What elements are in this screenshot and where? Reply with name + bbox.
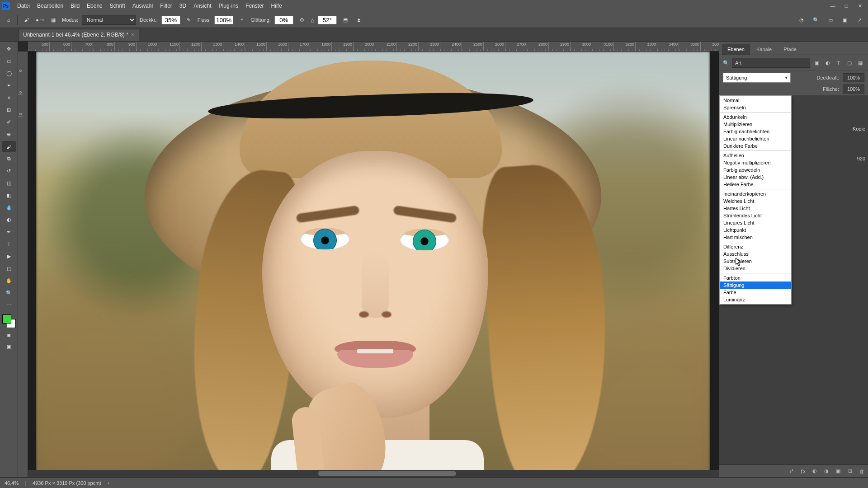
tab-layers[interactable]: Ebenen: [722, 44, 750, 55]
horizontal-scrollbar[interactable]: [28, 470, 719, 477]
lasso-tool[interactable]: ◯: [2, 68, 16, 79]
scrollbar-thumb[interactable]: [318, 471, 457, 476]
document-info[interactable]: 4936 Px × 3319 Px (300 ppcm): [33, 480, 101, 486]
smoothing-input[interactable]: [274, 16, 293, 24]
blend-mode-option[interactable]: Dividieren: [720, 265, 791, 272]
horizontal-ruler[interactable]: 5006007008009001000110012001300140015001…: [28, 42, 719, 52]
layer-fill-input[interactable]: [843, 84, 864, 94]
smoothing-options-icon[interactable]: ⚙: [297, 15, 307, 25]
layer-opacity-input[interactable]: [843, 73, 864, 82]
blend-mode-option[interactable]: Strahlendes Licht: [720, 212, 791, 219]
gradient-tool[interactable]: ◧: [2, 190, 16, 201]
blend-mode-option[interactable]: Farbig abwedeln: [720, 166, 791, 174]
arrange-icon[interactable]: ▭: [826, 15, 835, 25]
menu-filter[interactable]: Filter: [156, 0, 176, 12]
filter-pixel-icon[interactable]: ▣: [813, 59, 821, 67]
menu-edit[interactable]: Bearbeiten: [33, 0, 67, 12]
opacity-pressure-icon[interactable]: ✎: [184, 15, 194, 25]
filter-type-icon[interactable]: T: [835, 59, 843, 67]
menu-file[interactable]: Datei: [14, 0, 33, 12]
healing-tool[interactable]: ⊕: [2, 129, 16, 140]
chevron-right-icon[interactable]: ›: [108, 480, 109, 486]
eyedropper-tool[interactable]: ✐: [2, 117, 16, 128]
dodge-tool[interactable]: ◐: [2, 214, 16, 225]
brush-preset-picker[interactable]: ●19: [35, 15, 45, 25]
blend-mode-option[interactable]: Farbe: [720, 289, 791, 296]
zoom-level[interactable]: 46,4%: [5, 480, 19, 486]
layer-list[interactable]: NormalSprenkelnAbdunkelnMultiplizierenFa…: [719, 95, 868, 465]
quickmask-tool[interactable]: ◙: [2, 329, 16, 340]
layer-blend-mode-combo[interactable]: Sättigung ▾: [723, 73, 791, 83]
brush-panel-toggle[interactable]: ▦: [48, 15, 58, 25]
path-select-tool[interactable]: ▶: [2, 251, 16, 262]
stamp-tool[interactable]: ⧉: [2, 153, 16, 164]
menu-layer[interactable]: Ebene: [83, 0, 106, 12]
search-icon[interactable]: 🔍: [811, 15, 821, 25]
pen-tool[interactable]: ✒: [2, 226, 16, 238]
blend-mode-option[interactable]: Hellere Farbe: [720, 181, 791, 188]
blend-mode-option[interactable]: Sprenkeln: [720, 104, 791, 111]
menu-type[interactable]: Schrift: [106, 0, 129, 12]
blur-tool[interactable]: 💧: [2, 202, 16, 213]
blend-mode-option[interactable]: Lineares Licht: [720, 219, 791, 226]
zoom-tool[interactable]: 🔍: [2, 287, 16, 299]
adjustment-layer-icon[interactable]: ◑: [823, 468, 830, 474]
screenmode-tool[interactable]: ▣: [2, 341, 16, 352]
eraser-tool[interactable]: ◫: [2, 178, 16, 189]
quick-select-tool[interactable]: ✶: [2, 80, 16, 91]
hand-tool[interactable]: ✋: [2, 275, 16, 286]
blend-mode-option[interactable]: Linear abw. (Add.): [720, 174, 791, 181]
filter-shape-icon[interactable]: ▢: [845, 59, 854, 67]
group-icon[interactable]: ▣: [835, 468, 842, 474]
document-canvas[interactable]: [28, 52, 719, 477]
blend-mode-option[interactable]: Ausschluss: [720, 250, 791, 258]
blend-mode-option[interactable]: Sättigung: [720, 282, 791, 289]
shape-tool[interactable]: ▢: [2, 263, 16, 274]
window-maximize[interactable]: □: [840, 1, 853, 10]
blend-mode-option[interactable]: Ineinanderkopieren: [720, 190, 791, 197]
cloud-docs-icon[interactable]: ◔: [797, 15, 807, 25]
blend-mode-option[interactable]: Lichtpunkt: [720, 226, 791, 234]
delete-layer-icon[interactable]: 🗑: [858, 469, 865, 474]
blend-mode-option[interactable]: Dunklere Farbe: [720, 142, 791, 150]
edit-toolbar[interactable]: ⋯: [2, 300, 16, 311]
vertical-ruler[interactable]: 0 0 0: [18, 52, 28, 477]
menu-select[interactable]: Auswahl: [129, 0, 156, 12]
blend-mode-dropdown[interactable]: NormalSprenkelnAbdunkelnMultiplizierenFa…: [719, 95, 792, 305]
blend-mode-select[interactable]: Normal: [82, 15, 136, 25]
menu-window[interactable]: Fenster: [242, 0, 268, 12]
menu-help[interactable]: Hilfe: [268, 0, 286, 12]
type-tool[interactable]: T: [2, 239, 16, 250]
window-close[interactable]: ✕: [854, 1, 866, 10]
menu-3d[interactable]: 3D: [176, 0, 190, 12]
blend-mode-option[interactable]: Farbig nachbelichten: [720, 128, 791, 135]
blend-mode-option[interactable]: Normal: [720, 97, 791, 104]
menu-plugins[interactable]: Plug-ins: [215, 0, 242, 12]
angle-input[interactable]: [318, 16, 337, 24]
menu-image[interactable]: Bild: [67, 0, 83, 12]
airbrush-icon[interactable]: ༄: [237, 15, 247, 25]
pressure-size-icon[interactable]: ⬒: [340, 15, 350, 25]
symmetry-icon[interactable]: ⧗: [354, 15, 364, 25]
blend-mode-option[interactable]: Weiches Licht: [720, 197, 791, 205]
blend-mode-option[interactable]: Luminanz: [720, 296, 791, 303]
blend-mode-option[interactable]: Linear nachbelichten: [720, 135, 791, 142]
new-layer-icon[interactable]: ⊞: [846, 468, 854, 474]
opacity-input[interactable]: [161, 16, 180, 24]
link-layers-icon[interactable]: ⇄: [788, 468, 795, 474]
color-swatch[interactable]: [2, 314, 16, 328]
blend-mode-option[interactable]: Hartes Licht: [720, 205, 791, 212]
blend-mode-option[interactable]: Subtrahieren: [720, 258, 791, 265]
crop-tool[interactable]: ⌗: [2, 92, 16, 103]
home-icon[interactable]: ⌂: [4, 15, 14, 25]
close-icon[interactable]: ×: [131, 32, 134, 38]
blend-mode-option[interactable]: Farbton: [720, 274, 791, 282]
blend-mode-option[interactable]: Abdunkeln: [720, 113, 791, 121]
menu-view[interactable]: Ansicht: [190, 0, 215, 12]
filter-smart-icon[interactable]: ▦: [856, 59, 864, 67]
blend-mode-option[interactable]: Negativ multiplizieren: [720, 159, 791, 166]
workspace-icon[interactable]: ▣: [840, 15, 850, 25]
blend-mode-option[interactable]: Differenz: [720, 243, 791, 250]
layer-mask-icon[interactable]: ◐: [811, 468, 818, 474]
flow-input[interactable]: [214, 16, 233, 24]
